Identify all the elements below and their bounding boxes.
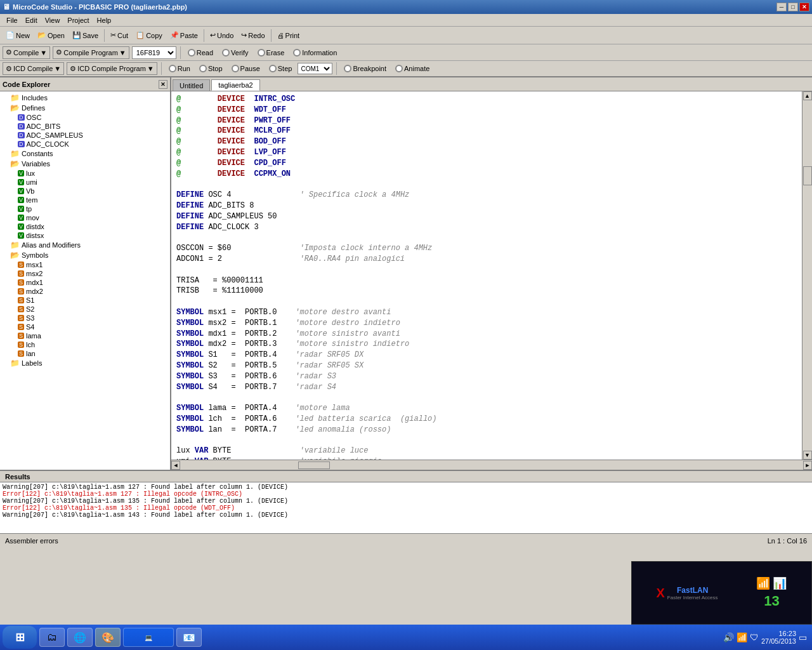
menu-file[interactable]: File <box>3 15 22 25</box>
stop-button[interactable]: Stop <box>196 62 226 76</box>
tree-defines[interactable]: 📂 Defines <box>0 103 170 113</box>
taskbar-left: ⊞ 🗂 🌐 🎨 💻 📧 <box>0 626 202 649</box>
result-line: Error[122] c:\819\taglia~1.asm 135 : Ill… <box>3 505 809 512</box>
new-button[interactable]: 📄 New <box>3 29 33 43</box>
start-button[interactable]: ⊞ <box>3 626 37 649</box>
folder-icon: 📁 <box>10 93 20 102</box>
compile-program-dropdown[interactable]: ⚙ Compile Program ▼ <box>53 46 129 59</box>
icd-compile-dropdown[interactable]: ⚙ ICD Compile ▼ <box>3 62 64 75</box>
tree-adcbits[interactable]: D ADC_BITS <box>0 122 170 131</box>
results-content[interactable]: Warning[207] c:\819\taglia~1.asm 127 : F… <box>0 482 812 533</box>
step-button[interactable]: Step <box>266 62 296 76</box>
read-button[interactable]: Read <box>185 46 216 60</box>
tree-symbols[interactable]: 📂 Symbols <box>0 250 170 260</box>
horizontal-scrollbar[interactable]: ◄ ► <box>171 460 812 470</box>
folder-icon: 📁 <box>10 359 20 368</box>
tree-tp[interactable]: V tp <box>0 204 170 213</box>
tree-constants[interactable]: 📁 Constants <box>0 149 170 159</box>
undo-button[interactable]: ↩ Undo <box>207 29 237 43</box>
erase-radio-icon <box>258 49 265 56</box>
icd-compile-program-dropdown[interactable]: ⚙ ICD Compile Program ▼ <box>67 62 157 75</box>
tree-mov[interactable]: V mov <box>0 213 170 222</box>
tree-s3[interactable]: S S3 <box>0 314 170 322</box>
menu-view[interactable]: View <box>41 15 64 25</box>
explorer-close-button[interactable]: ✕ <box>159 80 167 89</box>
system-clock[interactable]: 16:23 27/05/2013 <box>761 630 796 645</box>
taskbar-microcode-app[interactable]: 💻 <box>123 628 174 647</box>
breakpoint-button[interactable]: Breakpoint <box>341 62 390 76</box>
tree-alias[interactable]: 📁 Alias and Modifiers <box>0 240 170 250</box>
open-button[interactable]: 📂 Open <box>34 29 68 43</box>
result-line: Warning[207] c:\819\taglia~1.asm 143 : F… <box>3 512 809 519</box>
erase-button[interactable]: Erase <box>254 46 288 60</box>
compile-dropdown[interactable]: ⚙ Compile ▼ <box>3 46 50 59</box>
hscroll-thumb[interactable] <box>298 461 330 469</box>
define-badge: D <box>18 132 25 138</box>
results-header: Results <box>0 471 812 482</box>
tree-adcsampleus[interactable]: D ADC_SAMPLEUS <box>0 131 170 140</box>
tree-s4[interactable]: S S4 <box>0 322 170 331</box>
menu-edit[interactable]: Edit <box>22 15 41 25</box>
tree-mdx1[interactable]: S mdx1 <box>0 278 170 287</box>
animate-button[interactable]: Animate <box>392 62 433 76</box>
scroll-thumb[interactable] <box>803 166 812 185</box>
read-radio-icon <box>188 49 195 56</box>
tree-lux[interactable]: V lux <box>0 169 170 178</box>
tabs-bar: Untitled tagliaerba2 <box>171 77 812 91</box>
minimize-button[interactable]: ─ <box>776 3 787 11</box>
tree-osc[interactable]: D OSC <box>0 113 170 122</box>
tree-tem[interactable]: V tem <box>0 196 170 204</box>
com-select[interactable]: COM1 COM2 COM3 <box>298 63 332 74</box>
taskbar-browser-app[interactable]: 🌐 <box>67 628 93 647</box>
tree-msx1[interactable]: S msx1 <box>0 260 170 269</box>
scroll-right-button[interactable]: ► <box>803 461 812 470</box>
redo-button[interactable]: ↪ Redo <box>238 29 268 43</box>
tree-adcclock[interactable]: D ADC_CLOCK <box>0 140 170 149</box>
tree-lama[interactable]: S lama <box>0 331 170 340</box>
tab-tagliaerba2[interactable]: tagliaerba2 <box>211 79 259 91</box>
tree-lch[interactable]: S lch <box>0 340 170 349</box>
results-title: Results <box>5 473 30 481</box>
separator5 <box>161 62 162 75</box>
paste-button[interactable]: 📌 Paste <box>167 29 201 43</box>
close-button[interactable]: ✕ <box>799 3 809 11</box>
taskbar-paint-app[interactable]: 🎨 <box>95 628 121 647</box>
tree-s2[interactable]: S S2 <box>0 305 170 314</box>
tree-vb[interactable]: V Vb <box>0 187 170 196</box>
tree-s1[interactable]: S S1 <box>0 296 170 305</box>
code-editor[interactable]: @ DEVICE INTRC_OSC @ DEVICE WDT_OFF @ DE… <box>171 91 802 460</box>
compile-icon: ⚙ <box>6 48 12 56</box>
tree-labels[interactable]: 📁 Labels <box>0 358 170 368</box>
information-button[interactable]: Information <box>290 46 340 60</box>
tree-variables[interactable]: 📂 Variables <box>0 159 170 169</box>
taskbar-mail-app[interactable]: 📧 <box>176 628 202 647</box>
pause-button[interactable]: Pause <box>228 62 263 76</box>
device-select[interactable]: 16F819 16F877 16F628 <box>132 46 176 59</box>
tree-umi[interactable]: V umi <box>0 178 170 187</box>
titlebar-title: MicroCode Studio - PICBASIC PRO (tagliae… <box>10 3 776 11</box>
cut-button[interactable]: ✂ Cut <box>107 29 131 43</box>
menu-help[interactable]: Help <box>93 15 115 25</box>
scroll-down-button[interactable]: ▼ <box>803 451 812 460</box>
tree-distdx[interactable]: V distdx <box>0 222 170 231</box>
tab-untitled[interactable]: Untitled <box>173 79 210 91</box>
verify-button[interactable]: Verify <box>219 46 252 60</box>
menu-project[interactable]: Project <box>63 15 93 25</box>
run-button[interactable]: Run <box>166 62 193 76</box>
save-button[interactable]: 💾 Save <box>69 29 102 43</box>
vertical-scrollbar[interactable]: ▲ ▼ <box>802 91 812 460</box>
taskbar-explorer-app[interactable]: 🗂 <box>39 628 65 647</box>
tree-includes[interactable]: 📁 Includes <box>0 93 170 103</box>
scroll-up-button[interactable]: ▲ <box>803 91 812 100</box>
copy-button[interactable]: 📋 Copy <box>133 29 166 43</box>
scroll-left-button[interactable]: ◄ <box>171 461 180 470</box>
systray-security-icon: 🛡 <box>750 632 759 642</box>
editor-area: Untitled tagliaerba2 @ DEVICE INTRC_OSC … <box>171 77 812 470</box>
print-button[interactable]: 🖨 Print <box>274 29 303 43</box>
tree-lan[interactable]: S lan <box>0 349 170 358</box>
tree-msx2[interactable]: S msx2 <box>0 269 170 278</box>
show-desktop-icon[interactable]: ▭ <box>799 632 807 642</box>
tree-distsx[interactable]: V distsx <box>0 231 170 240</box>
maximize-button[interactable]: □ <box>788 3 798 11</box>
tree-mdx2[interactable]: S mdx2 <box>0 287 170 296</box>
